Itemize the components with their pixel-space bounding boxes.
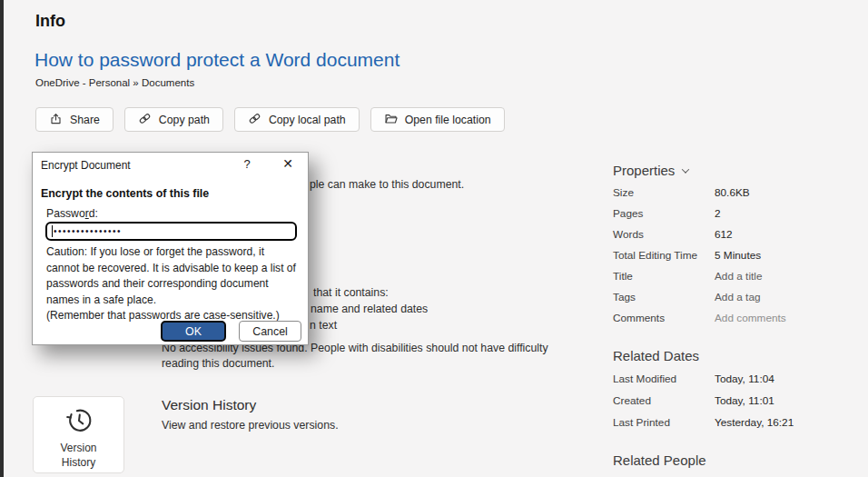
property-value: 612 xyxy=(715,228,733,241)
add-title-field[interactable]: Add a title xyxy=(715,270,762,283)
property-value: 80.6KB xyxy=(715,186,750,199)
password-label: Password: xyxy=(46,207,98,220)
dialog-title: Encrypt Document xyxy=(41,159,131,172)
history-icon xyxy=(62,403,96,442)
copy-path-label: Copy path xyxy=(159,114,210,126)
dialog-heading: Encrypt the contents of this file xyxy=(41,187,209,200)
inspect-item-fragment: name and related dates xyxy=(311,303,428,315)
property-value: 2 xyxy=(715,207,721,220)
related-date-row: Last Modified Today, 11:04 xyxy=(613,368,858,390)
encrypt-document-dialog: Encrypt Document ? ✕ Encrypt the content… xyxy=(32,152,309,345)
related-date-row: Created Today, 11:01 xyxy=(613,390,858,412)
breadcrumb: OneDrive - Personal » Documents xyxy=(35,77,194,88)
add-tag-field[interactable]: Add a tag xyxy=(715,291,761,303)
help-icon[interactable]: ? xyxy=(239,157,255,171)
link-icon xyxy=(248,112,261,128)
open-file-location-label: Open file location xyxy=(405,114,491,126)
related-dates-header: Related Dates xyxy=(613,348,699,363)
cancel-button[interactable]: Cancel xyxy=(239,321,301,342)
caution-text: Caution: If you lose or forget the passw… xyxy=(46,244,311,324)
password-masked-value: ••••••••••••••• xyxy=(54,226,122,236)
ok-button[interactable]: OK xyxy=(161,321,226,342)
property-row: Words 612 xyxy=(613,224,858,244)
password-input[interactable]: ••••••••••••••• xyxy=(45,222,297,241)
share-label: Share xyxy=(70,114,100,126)
toolbar: Share Copy path Copy local path xyxy=(35,107,505,132)
copy-path-button[interactable]: Copy path xyxy=(124,107,223,132)
link-icon xyxy=(138,112,152,128)
share-button[interactable]: Share xyxy=(35,107,113,132)
dialog-titlebar[interactable]: Encrypt Document ? ✕ xyxy=(33,153,308,177)
version-history-button[interactable]: Version History xyxy=(33,396,124,473)
property-row: Comments Add comments xyxy=(613,307,858,328)
related-date-value: Today, 11:01 xyxy=(715,394,774,407)
properties-header[interactable]: Properties xyxy=(613,163,688,178)
related-date-value: Yesterday, 16:21 xyxy=(715,416,794,429)
folder-icon xyxy=(384,112,398,128)
related-dates-list: Last Modified Today, 11:04 Created Today… xyxy=(613,368,858,433)
share-icon xyxy=(49,112,63,128)
property-row: Size 80.6KB xyxy=(613,182,858,203)
property-row: Title Add a title xyxy=(613,265,858,286)
property-value: 5 Minutes xyxy=(715,249,761,262)
inspect-item-fragment: n text xyxy=(310,319,337,332)
properties-list: Size 80.6KB Pages 2 Words 612 Total Edit… xyxy=(613,182,858,328)
chevron-down-icon xyxy=(682,165,689,173)
version-history-subtitle: View and restore previous versions. xyxy=(162,419,339,432)
add-comments-field[interactable]: Add comments xyxy=(715,312,786,324)
app-edge-strip xyxy=(0,0,4,477)
copy-local-path-label: Copy local path xyxy=(269,114,346,126)
related-date-row: Last Printed Yesterday, 16:21 xyxy=(613,412,858,433)
accessibility-status-line2: reading this document. xyxy=(162,357,274,370)
related-date-value: Today, 11:04 xyxy=(715,373,774,385)
page-title: Info xyxy=(35,12,65,31)
version-history-heading: Version History xyxy=(162,397,256,413)
property-row: Pages 2 xyxy=(613,203,858,224)
inspect-document-description-fragment: that it contains: xyxy=(313,286,389,299)
open-file-location-button[interactable]: Open file location xyxy=(370,107,505,132)
related-people-header: Related People xyxy=(613,452,706,468)
copy-local-path-button[interactable]: Copy local path xyxy=(234,107,360,132)
document-title: How to password protect a Word document xyxy=(35,49,399,71)
property-row: Tags Add a tag xyxy=(613,286,858,307)
property-row: Total Editing Time 5 Minutes xyxy=(613,244,858,265)
version-history-card-label: History xyxy=(62,456,95,471)
protect-document-description-fragment: ple can make to this document. xyxy=(310,178,464,191)
close-icon[interactable]: ✕ xyxy=(279,156,297,171)
version-history-card-label: Version xyxy=(60,442,96,456)
